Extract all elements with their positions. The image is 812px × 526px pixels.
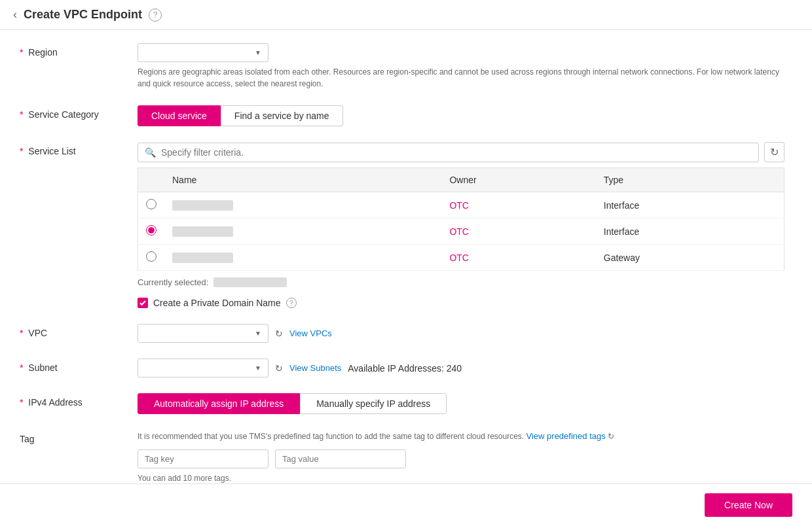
service-list-label: * Service List bbox=[20, 142, 138, 156]
region-dropdown[interactable] bbox=[145, 48, 255, 58]
vpc-dropdown-arrow-icon: ▼ bbox=[255, 330, 261, 337]
blurred-name-3 bbox=[172, 253, 233, 263]
view-subnets-link[interactable]: View Subnets bbox=[289, 363, 341, 373]
service-radio-3[interactable] bbox=[146, 251, 157, 262]
subnet-label: * Subnet bbox=[20, 359, 138, 373]
tag-more-hint: You can add 10 more tags. bbox=[138, 474, 792, 483]
create-now-button[interactable]: Create Now bbox=[705, 493, 792, 512]
page-footer: Create Now bbox=[0, 483, 812, 512]
blurred-name-1 bbox=[172, 200, 233, 211]
private-domain-row: Create a Private Domain Name ? bbox=[138, 298, 792, 308]
subnet-dropdown[interactable] bbox=[145, 363, 255, 373]
private-domain-checkbox[interactable] bbox=[138, 298, 148, 308]
table-row: OTC Gateway bbox=[138, 245, 784, 271]
currently-selected: Currently selected: bbox=[138, 277, 792, 287]
auto-assign-ip-button[interactable]: Automatically assign IP address bbox=[138, 393, 300, 414]
subnet-control: ▼ ↻ View Subnets Available IP Addresses:… bbox=[138, 359, 792, 377]
tag-refresh-icon[interactable]: ↻ bbox=[608, 432, 614, 441]
row-name bbox=[164, 245, 441, 271]
cloud-service-button[interactable]: Cloud service bbox=[138, 105, 221, 126]
private-domain-label: Create a Private Domain Name bbox=[153, 298, 281, 308]
region-label: * Region bbox=[20, 43, 138, 58]
tag-value-input[interactable] bbox=[275, 449, 406, 468]
available-ip-label: Available IP Addresses: 240 bbox=[348, 363, 462, 374]
blurred-name-2 bbox=[172, 226, 233, 237]
tag-inputs bbox=[138, 449, 792, 468]
region-row: * Region ▼ Regions are geographic areas … bbox=[20, 43, 792, 90]
table-col-type: Type bbox=[596, 168, 784, 192]
row-radio-col[interactable] bbox=[138, 219, 165, 245]
form-content: * Region ▼ Regions are geographic areas … bbox=[0, 30, 812, 512]
table-col-owner: Owner bbox=[441, 168, 595, 192]
table-col-select bbox=[138, 168, 165, 192]
service-radio-1[interactable] bbox=[146, 199, 157, 209]
service-search-input[interactable] bbox=[161, 147, 752, 158]
region-select[interactable]: ▼ bbox=[138, 43, 268, 62]
ipv4-toggle: Automatically assign IP address Manually… bbox=[138, 393, 792, 414]
service-list-refresh-button[interactable]: ↻ bbox=[764, 142, 784, 162]
table-row: OTC Interface bbox=[138, 192, 784, 219]
ipv4-row: * IPv4 Address Automatically assign IP a… bbox=[20, 393, 792, 414]
service-category-row: * Service Category Cloud service Find a … bbox=[20, 105, 792, 126]
view-vpcs-link[interactable]: View VPCs bbox=[289, 328, 332, 338]
row-name bbox=[164, 219, 441, 245]
search-refresh-wrapper: 🔍 ↻ bbox=[138, 142, 784, 162]
table-row: OTC Interface bbox=[138, 219, 784, 245]
tag-key-input[interactable] bbox=[138, 449, 268, 468]
service-list-row: * Service List 🔍 ↻ Name Owner Type bbox=[20, 142, 792, 308]
ipv4-label: * IPv4 Address bbox=[20, 393, 138, 408]
service-list-control: 🔍 ↻ Name Owner Type bbox=[138, 142, 792, 308]
search-icon: 🔍 bbox=[145, 147, 156, 158]
region-control: ▼ Regions are geographic areas isolated … bbox=[138, 43, 792, 90]
region-hint: Regions are geographic areas isolated fr… bbox=[138, 66, 779, 90]
tag-control: It is recommended that you use TMS's pre… bbox=[138, 430, 792, 483]
back-button[interactable]: ‹ bbox=[13, 8, 17, 22]
vpc-dropdown[interactable] bbox=[145, 328, 255, 338]
find-by-name-button[interactable]: Find a service by name bbox=[221, 105, 343, 126]
subnet-select[interactable]: ▼ bbox=[138, 359, 268, 377]
private-domain-help-icon[interactable]: ? bbox=[286, 298, 297, 308]
row-owner: OTC bbox=[441, 192, 595, 219]
vpc-refresh-icon[interactable]: ↻ bbox=[275, 328, 283, 339]
subnet-select-row: ▼ ↻ View Subnets Available IP Addresses:… bbox=[138, 359, 792, 377]
tag-hint: It is recommended that you use TMS's pre… bbox=[138, 430, 792, 443]
tag-label: Tag bbox=[20, 430, 138, 444]
manual-specify-ip-button[interactable]: Manually specify IP address bbox=[300, 393, 447, 414]
dropdown-arrow-icon: ▼ bbox=[255, 49, 261, 56]
checkmark-icon bbox=[139, 300, 146, 306]
page-header: ‹ Create VPC Endpoint ? bbox=[0, 0, 812, 30]
table-col-name: Name bbox=[164, 168, 441, 192]
row-name bbox=[164, 192, 441, 219]
service-category-label: * Service Category bbox=[20, 105, 138, 120]
row-owner: OTC bbox=[441, 245, 595, 271]
ipv4-control: Automatically assign IP address Manually… bbox=[138, 393, 792, 414]
row-type: Interface bbox=[596, 219, 784, 245]
service-table: Name Owner Type OT bbox=[138, 167, 784, 271]
service-search-bar: 🔍 bbox=[138, 143, 759, 162]
tag-row: Tag It is recommended that you use TMS's… bbox=[20, 430, 792, 483]
service-category-control: Cloud service Find a service by name bbox=[138, 105, 792, 126]
service-category-toggle: Cloud service Find a service by name bbox=[138, 105, 792, 126]
vpc-label: * VPC bbox=[20, 324, 138, 338]
row-radio-col[interactable] bbox=[138, 245, 165, 271]
service-radio-2[interactable] bbox=[146, 225, 157, 236]
vpc-select[interactable]: ▼ bbox=[138, 324, 268, 343]
help-icon[interactable]: ? bbox=[149, 9, 162, 22]
row-type: Gateway bbox=[596, 245, 784, 271]
subnet-refresh-icon[interactable]: ↻ bbox=[275, 363, 283, 374]
subnet-row: * Subnet ▼ ↻ View Subnets Available IP A… bbox=[20, 359, 792, 377]
subnet-dropdown-arrow-icon: ▼ bbox=[255, 364, 261, 372]
page-title: Create VPC Endpoint bbox=[24, 8, 142, 22]
blurred-selected bbox=[213, 277, 287, 287]
vpc-control: ▼ ↻ View VPCs bbox=[138, 324, 792, 343]
row-radio-col[interactable] bbox=[138, 192, 165, 219]
row-type: Interface bbox=[596, 192, 784, 219]
vpc-row: * VPC ▼ ↻ View VPCs bbox=[20, 324, 792, 343]
view-predefined-tags-link[interactable]: View predefined tags bbox=[526, 431, 606, 441]
vpc-select-row: ▼ ↻ View VPCs bbox=[138, 324, 792, 343]
row-owner: OTC bbox=[441, 219, 595, 245]
